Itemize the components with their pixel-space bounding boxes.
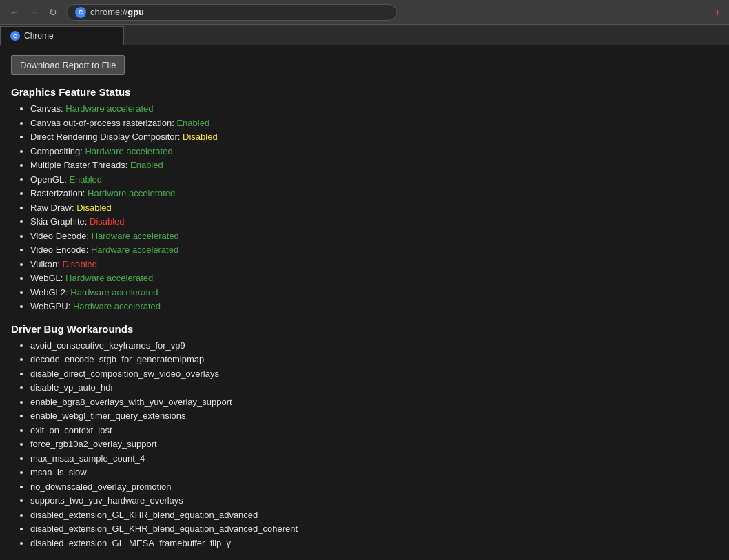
back-button[interactable]: ← (6, 3, 23, 21)
workaround-item: enable_bgra8_overlays_with_yuv_overlay_s… (30, 397, 232, 407)
list-item: Direct Rendering Display Compositor: Dis… (30, 130, 718, 144)
list-item: Compositing: Hardware accelerated (30, 145, 718, 158)
address-bold: gpu (127, 7, 144, 17)
item-label: Video Decode: (30, 231, 92, 241)
driver-bug-workarounds-list: avoid_consecutive_keyframes_for_vp9 deco… (11, 339, 718, 550)
item-value: Hardware accelerated (85, 146, 172, 156)
item-value: Disabled (90, 216, 125, 227)
list-item: avoid_consecutive_keyframes_for_vp9 (30, 339, 718, 353)
list-item: Vulkan: Disabled (30, 258, 718, 271)
item-label: Video Encode: (30, 245, 91, 255)
list-item: Canvas out-of-process rasterization: Ena… (30, 116, 718, 130)
list-item: disabled_extension_GL_KHR_blend_equation… (30, 508, 718, 522)
list-item: max_msaa_sample_count_4 (30, 452, 718, 466)
item-value: Hardware accelerated (88, 188, 175, 198)
tab-bar: C Chrome (0, 25, 729, 45)
workaround-item: force_rgb10a2_overlay_support (30, 439, 157, 449)
list-item: decode_encode_srgb_for_generatemipmap (30, 353, 718, 366)
list-item: OpenGL: Enabled (30, 173, 718, 187)
list-item: disable_vp_auto_hdr (30, 381, 718, 395)
list-item: enable_webgl_timer_query_extensions (30, 409, 718, 423)
list-item: exit_on_context_lost (30, 424, 718, 437)
item-value: Disabled (183, 132, 218, 142)
tab-label: Chrome (24, 31, 54, 41)
item-value: Hardware accelerated (73, 301, 161, 311)
download-report-button[interactable]: Download Report to File (11, 55, 125, 75)
address-prefix: chrome:// (90, 7, 127, 17)
tab-site-icon: C (10, 31, 20, 41)
plus-icon: + (715, 6, 723, 19)
nav-buttons: ← → ↻ (6, 3, 62, 21)
workaround-item: disable_vp_auto_hdr (30, 382, 114, 393)
workaround-item: supports_two_yuv_hardware_overlays (30, 495, 183, 506)
address-bar[interactable]: C chrome://gpu (66, 4, 397, 21)
item-value: Enabled (176, 118, 209, 128)
item-label: Compositing: (30, 146, 85, 156)
main-content: Download Report to File Graphics Feature… (0, 45, 729, 560)
item-label: WebGPU: (30, 301, 73, 311)
item-label: Skia Graphite: (30, 216, 90, 227)
driver-bug-workarounds-section: Driver Bug Workarounds avoid_consecutive… (11, 323, 718, 550)
reload-button[interactable]: ↻ (44, 3, 62, 21)
list-item: msaa_is_slow (30, 466, 718, 479)
site-icon: C (75, 7, 86, 18)
workaround-item: enable_webgl_timer_query_extensions (30, 411, 185, 421)
list-item: disabled_extension_GL_MESA_framebuffer_f… (30, 537, 718, 550)
workaround-item: no_downscaled_overlay_promotion (30, 481, 172, 492)
list-item: WebGL: Hardware accelerated (30, 271, 718, 285)
workaround-item: avoid_consecutive_keyframes_for_vp9 (30, 340, 185, 351)
item-value: Hardware accelerated (65, 103, 153, 114)
item-value: Disabled (63, 259, 98, 269)
workaround-item: decode_encode_srgb_for_generatemipmap (30, 354, 204, 364)
list-item: no_downscaled_overlay_promotion (30, 480, 718, 494)
item-value: Hardware accelerated (70, 287, 158, 298)
graphics-feature-status-title: Graphics Feature Status (11, 86, 718, 98)
item-label: Direct Rendering Display Compositor: (30, 132, 183, 142)
item-label: Rasterization: (30, 188, 88, 198)
item-label: Vulkan: (30, 259, 63, 269)
item-label: OpenGL: (30, 174, 69, 185)
list-item: Multiple Raster Threads: Enabled (30, 158, 718, 172)
workaround-item: disable_direct_composition_sw_video_over… (30, 369, 219, 379)
item-label: Canvas out-of-process rasterization: (30, 118, 176, 128)
workaround-item: exit_on_context_lost (30, 425, 112, 435)
driver-bug-workarounds-title: Driver Bug Workarounds (11, 323, 718, 335)
forward-button[interactable]: → (25, 3, 43, 21)
workaround-item: max_msaa_sample_count_4 (30, 453, 145, 464)
item-value: Hardware accelerated (91, 245, 178, 255)
workaround-item: disabled_extension_GL_KHR_blend_equation… (30, 510, 258, 520)
item-value: Hardware accelerated (92, 231, 179, 241)
list-item: disabled_extension_GL_KHR_blend_equation… (30, 522, 718, 536)
item-value: Enabled (69, 174, 102, 185)
list-item: disable_direct_composition_sw_video_over… (30, 367, 718, 381)
item-value: Hardware accelerated (65, 273, 153, 283)
list-item: Raw Draw: Disabled (30, 201, 718, 215)
address-text: chrome://gpu (90, 7, 144, 17)
item-label: Raw Draw: (30, 203, 76, 213)
graphics-feature-status-section: Graphics Feature Status Canvas: Hardware… (11, 86, 718, 313)
workaround-item: disabled_extension_GL_MESA_framebuffer_f… (30, 538, 231, 548)
list-item: Video Encode: Hardware accelerated (30, 243, 718, 257)
list-item: enable_bgra8_overlays_with_yuv_overlay_s… (30, 395, 718, 409)
list-item: WebGL2: Hardware accelerated (30, 286, 718, 300)
graphics-feature-status-list: Canvas: Hardware accelerated Canvas out-… (11, 102, 718, 313)
list-item: WebGPU: Hardware accelerated (30, 300, 718, 313)
browser-chrome: ← → ↻ C chrome://gpu + (0, 0, 729, 25)
active-tab[interactable]: C Chrome (0, 26, 124, 45)
item-value: Disabled (76, 203, 112, 213)
item-label: Multiple Raster Threads: (30, 160, 130, 170)
item-label: WebGL: (30, 273, 65, 283)
item-label: Canvas: (30, 103, 65, 114)
workaround-item: msaa_is_slow (30, 467, 87, 477)
list-item: Rasterization: Hardware accelerated (30, 187, 718, 200)
list-item: Video Decode: Hardware accelerated (30, 229, 718, 243)
list-item: Skia Graphite: Disabled (30, 215, 718, 229)
list-item: Canvas: Hardware accelerated (30, 102, 718, 116)
item-label: WebGL2: (30, 287, 70, 298)
workaround-item: disabled_extension_GL_KHR_blend_equation… (30, 523, 298, 534)
list-item: supports_two_yuv_hardware_overlays (30, 494, 718, 508)
item-value: Enabled (130, 160, 163, 170)
list-item: force_rgb10a2_overlay_support (30, 437, 718, 451)
